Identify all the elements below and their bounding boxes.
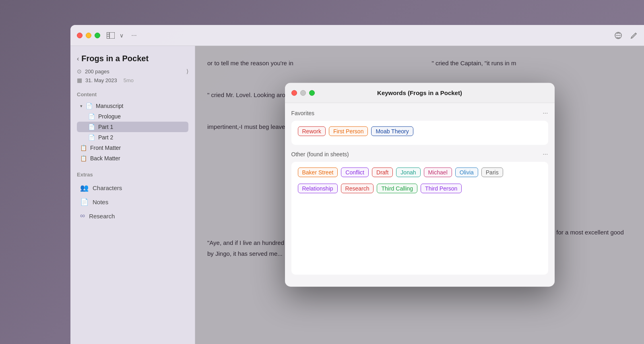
other-tags-row2: Relationship Research Third Calling Thir…	[298, 184, 462, 193]
back-matter-label: Back Matter	[90, 155, 120, 162]
close-button[interactable]	[77, 33, 83, 38]
tag-baker-street[interactable]: Baker Street	[298, 168, 338, 177]
calendar-icon: ▦	[77, 77, 82, 83]
pages-icon: ⊙	[77, 68, 82, 75]
date-meta: ▦ 31. May 2023 5mo	[77, 77, 188, 83]
manuscript-chevron-icon: ▾	[80, 104, 83, 109]
modal-titlebar: Keywords (Frogs in a Pocket)	[285, 83, 555, 103]
sidebar-meta: ⊙ 200 pages ⟩ ▦ 31. May 2023 5mo	[77, 68, 188, 83]
characters-label: Characters	[93, 184, 122, 191]
sidebar-item-manuscript[interactable]: ▾ 📄 Manuscript	[77, 101, 188, 111]
modal-maximize-button[interactable]	[309, 90, 315, 95]
sidebar-item-back-matter[interactable]: 📋 Back Matter	[77, 153, 188, 164]
tag-conflict[interactable]: Conflict	[341, 168, 369, 177]
tag-michael[interactable]: Michael	[424, 168, 452, 177]
other-more-button[interactable]: ···	[543, 151, 548, 158]
extras-section: Extras 👥 Characters 📄 Notes ∞ Research	[77, 172, 188, 223]
edit-button[interactable]	[630, 32, 638, 39]
notes-icon: 📄	[80, 198, 89, 206]
editor-area: or to tell me the reason you're in " cri…	[195, 46, 644, 344]
sidebar: ‹ Frogs in a Pocket ⊙ 200 pages ⟩ ▦ 31. …	[70, 46, 195, 344]
list-view-button[interactable]	[614, 32, 622, 39]
main-titlebar: ∨ ···	[70, 25, 644, 46]
sync-icon: ⟩	[186, 68, 188, 75]
sidebar-item-notes[interactable]: 📄 Notes	[77, 195, 188, 209]
other-header: Other (found in sheets) ···	[291, 151, 548, 158]
modal-body: Favorites ··· Rework First Person Moab T…	[285, 103, 555, 287]
other-tags-row1: Baker Street Conflict Draft Jonah Michae…	[298, 168, 503, 177]
sidebar-item-part2[interactable]: 📄 Part 2	[77, 132, 188, 143]
sidebar-item-part1[interactable]: 📄 Part 1	[77, 122, 188, 132]
tag-relationship[interactable]: Relationship	[298, 184, 338, 193]
modal-title: Keywords (Frogs in a Pocket)	[377, 89, 462, 96]
characters-icon: 👥	[80, 184, 89, 192]
favorites-tags-box: Rework First Person Moab Theory	[291, 121, 548, 145]
app-content: ‹ Frogs in a Pocket ⊙ 200 pages ⟩ ▦ 31. …	[70, 46, 644, 344]
other-tags-box: Baker Street Conflict Draft Jonah Michae…	[291, 162, 548, 275]
tag-jonah[interactable]: Jonah	[396, 168, 420, 177]
manuscript-label: Manuscript	[96, 103, 123, 109]
tag-third-person[interactable]: Third Person	[421, 184, 462, 193]
research-label: Research	[89, 213, 115, 220]
content-section-label: Content	[77, 91, 188, 97]
tag-first-person[interactable]: First Person	[329, 126, 368, 136]
tag-rework[interactable]: Rework	[298, 126, 326, 136]
tag-olivia[interactable]: Olivia	[455, 168, 478, 177]
other-section: Other (found in sheets) ··· Baker Street…	[291, 151, 548, 275]
extras-section-label: Extras	[77, 172, 188, 178]
research-icon: ∞	[80, 212, 85, 220]
other-title: Other (found in sheets)	[291, 151, 349, 157]
prologue-label: Prologue	[98, 113, 121, 120]
notes-label: Notes	[93, 199, 108, 205]
tag-paris[interactable]: Paris	[481, 168, 503, 177]
svg-rect-0	[107, 32, 109, 39]
traffic-lights	[77, 33, 100, 38]
tag-moab-theory[interactable]: Moab Theory	[371, 126, 413, 136]
modal-close-button[interactable]	[291, 90, 297, 95]
tag-draft[interactable]: Draft	[372, 168, 393, 177]
favorites-more-button[interactable]: ···	[543, 110, 548, 117]
tag-third-calling[interactable]: Third Calling	[377, 184, 417, 193]
prologue-icon: 📄	[88, 113, 95, 120]
sidebar-toggle-button[interactable]	[105, 31, 116, 40]
part1-label: Part 1	[98, 124, 113, 130]
keywords-modal: Keywords (Frogs in a Pocket) Favorites ·…	[285, 83, 555, 287]
svg-rect-1	[107, 32, 115, 39]
favorites-title: Favorites	[291, 110, 315, 116]
maximize-button[interactable]	[95, 33, 100, 38]
manuscript-icon: 📄	[86, 103, 93, 109]
project-title: Frogs in a Pocket	[81, 54, 149, 63]
sidebar-item-characters[interactable]: 👥 Characters	[77, 181, 188, 195]
pages-value: 200 pages	[85, 68, 109, 75]
favorites-section: Favorites ··· Rework First Person Moab T…	[291, 110, 548, 145]
main-window: ∨ ··· ‹	[70, 25, 644, 344]
date-ago-value: 5mo	[124, 77, 134, 83]
modal-traffic-lights	[291, 90, 315, 95]
minimize-button[interactable]	[86, 33, 91, 38]
sidebar-chevron-icon: ∨	[120, 32, 124, 39]
more-options-button[interactable]: ···	[128, 31, 140, 40]
content-tree: Content ▾ 📄 Manuscript 📄 Prologue 📄 Part…	[77, 91, 188, 164]
tag-research[interactable]: Research	[341, 184, 374, 193]
sidebar-item-research[interactable]: ∞ Research	[77, 209, 188, 223]
part2-icon: 📄	[88, 134, 95, 141]
modal-minimize-button[interactable]	[300, 90, 306, 95]
sidebar-back-button[interactable]: ‹ Frogs in a Pocket	[77, 54, 188, 63]
date-value: 31. May 2023	[85, 77, 117, 83]
modal-overlay: Keywords (Frogs in a Pocket) Favorites ·…	[195, 46, 644, 344]
titlebar-action-icons	[614, 32, 638, 39]
front-matter-icon: 📋	[80, 145, 87, 151]
front-matter-label: Front Matter	[90, 145, 121, 151]
pages-meta: ⊙ 200 pages ⟩	[77, 68, 188, 75]
part1-icon: 📄	[88, 124, 95, 130]
part2-label: Part 2	[98, 134, 113, 141]
back-matter-icon: 📋	[80, 155, 87, 162]
back-chevron-icon: ‹	[77, 55, 79, 62]
sidebar-item-front-matter[interactable]: 📋 Front Matter	[77, 143, 188, 153]
favorites-header: Favorites ···	[291, 110, 548, 117]
sidebar-item-prologue[interactable]: 📄 Prologue	[77, 111, 188, 122]
